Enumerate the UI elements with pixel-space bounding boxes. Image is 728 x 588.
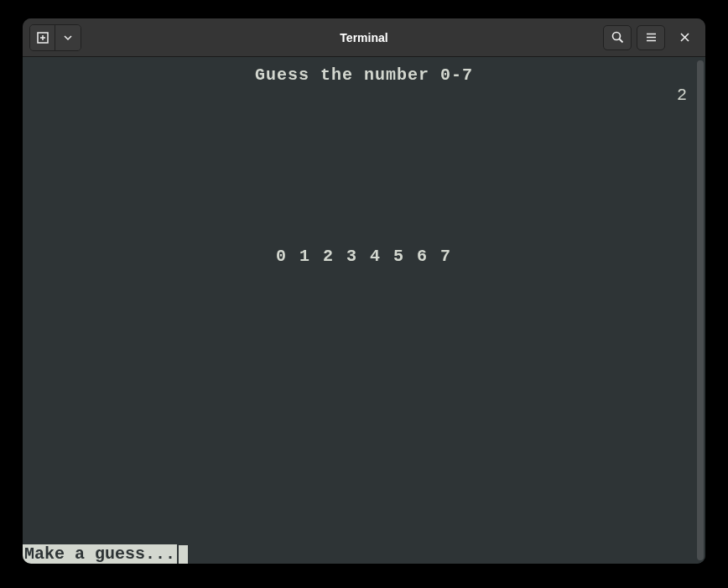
- close-icon: [679, 32, 690, 43]
- numbers-row: 0 1 2 3 4 5 6 7: [23, 247, 705, 266]
- terminal-window: Terminal: [23, 18, 705, 564]
- hamburger-icon: [645, 31, 658, 44]
- new-tab-icon: [36, 31, 49, 44]
- svg-line-4: [619, 39, 622, 43]
- terminal-cursor: [179, 545, 188, 564]
- window-title: Terminal: [340, 31, 387, 44]
- close-button[interactable]: [670, 25, 699, 50]
- game-title: Guess the number 0-7: [23, 65, 705, 85]
- chevron-down-icon: [64, 34, 72, 42]
- titlebar: Terminal: [23, 18, 705, 57]
- new-tab-button[interactable]: [30, 25, 55, 50]
- terminal-content[interactable]: Guess the number 0-7 2 0 1 2 3 4 5 6 7 M…: [23, 57, 705, 564]
- scrollbar[interactable]: [697, 60, 704, 560]
- new-tab-dropdown-button[interactable]: [55, 25, 81, 50]
- search-icon: [611, 31, 624, 44]
- guess-counter: 2: [677, 86, 687, 105]
- prompt-text: Make a guess...: [23, 544, 177, 564]
- search-button[interactable]: [603, 25, 632, 50]
- svg-point-3: [612, 33, 620, 40]
- menu-button[interactable]: [637, 25, 665, 50]
- titlebar-left: [29, 24, 81, 51]
- prompt-line: Make a guess...: [23, 544, 188, 564]
- new-tab-button-group: [29, 24, 81, 51]
- titlebar-right: [603, 25, 699, 50]
